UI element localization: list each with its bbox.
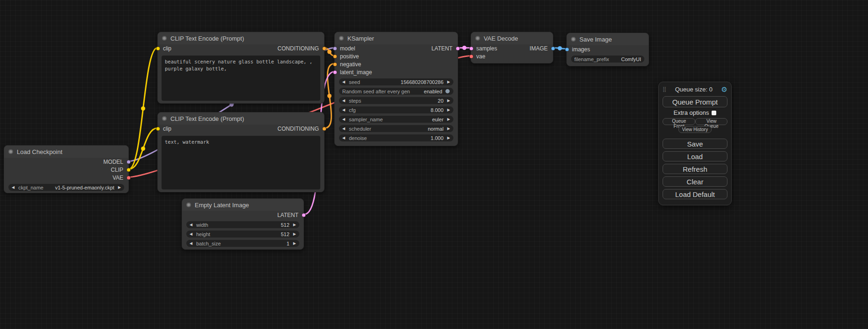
decrement-arrow-icon[interactable]: ◀ <box>190 223 192 227</box>
decrement-arrow-icon[interactable]: ◀ <box>342 117 345 121</box>
vae-output-port[interactable] <box>127 175 131 180</box>
decrement-arrow-icon[interactable]: ◀ <box>190 232 192 236</box>
widget-value: 512 <box>281 222 289 228</box>
conditioning-output-port[interactable] <box>322 126 326 131</box>
output-row: MODEL <box>4 158 128 166</box>
latent-output-port[interactable] <box>456 46 460 50</box>
collapse-dot[interactable] <box>475 36 480 41</box>
view-history-button[interactable]: View History <box>678 126 712 133</box>
output-label: MODEL <box>103 159 123 165</box>
increment-arrow-icon[interactable]: ▶ <box>293 223 296 227</box>
node-empty-latent-image[interactable]: Empty Latent Image LATENT ◀ width 512 ▶ … <box>182 198 304 250</box>
prompt-textarea[interactable]: text, watermark <box>162 136 320 189</box>
increment-arrow-icon[interactable]: ▶ <box>118 185 121 189</box>
positive-input-port[interactable] <box>333 54 337 58</box>
batch-size-widget[interactable]: ◀ batch_size 1 ▶ <box>186 240 299 247</box>
latent-image-input-port[interactable] <box>333 70 337 74</box>
node-header[interactable]: Load Checkpoint <box>4 146 128 158</box>
increment-arrow-icon[interactable]: ▶ <box>447 98 450 103</box>
node-header[interactable]: VAE Decode <box>471 32 553 44</box>
io-row: clip CONDITIONING <box>158 44 324 52</box>
latent-output-port[interactable] <box>302 213 306 217</box>
cfg-widget[interactable]: ◀ cfg 8.000 ▶ <box>339 106 453 113</box>
node-clip-text-encode-positive[interactable]: CLIP Text Encode (Prompt) clip CONDITION… <box>157 32 325 104</box>
load-button[interactable]: Load <box>663 151 727 161</box>
queue-front-button[interactable]: Queue Front <box>663 118 695 125</box>
increment-arrow-icon[interactable]: ▶ <box>447 80 450 84</box>
increment-arrow-icon[interactable]: ▶ <box>293 241 296 245</box>
height-widget[interactable]: ◀ height 512 ▶ <box>186 231 299 238</box>
decrement-arrow-icon[interactable]: ◀ <box>342 108 345 112</box>
wire-midpoint-dot <box>327 50 332 54</box>
queue-prompt-button[interactable]: Queue Prompt <box>663 96 727 107</box>
node-ksampler[interactable]: KSampler model LATENT positive negative … <box>334 32 458 146</box>
clear-button[interactable]: Clear <box>663 176 727 187</box>
clip-input-port[interactable] <box>156 126 160 131</box>
decrement-arrow-icon[interactable]: ◀ <box>342 98 345 103</box>
node-clip-text-encode-negative[interactable]: CLIP Text Encode (Prompt) clip CONDITION… <box>157 112 325 192</box>
conditioning-output-port[interactable] <box>322 46 326 50</box>
decrement-arrow-icon[interactable]: ◀ <box>342 80 345 84</box>
steps-widget[interactable]: ◀ steps 20 ▶ <box>339 97 453 104</box>
node-title: Load Checkpoint <box>17 148 63 155</box>
increment-arrow-icon[interactable]: ▶ <box>447 126 450 131</box>
increment-arrow-icon[interactable]: ▶ <box>447 117 450 121</box>
widget-label: cfg <box>349 107 356 113</box>
clip-input-port[interactable] <box>156 46 160 50</box>
node-header[interactable]: Empty Latent Image <box>182 199 303 211</box>
prompt-textarea[interactable]: beautiful scenery nature glass bottle la… <box>162 56 320 101</box>
node-save-image[interactable]: Save Image images filename_prefix ComfyU… <box>566 33 649 66</box>
save-button[interactable]: Save <box>663 139 727 149</box>
vae-input-port[interactable] <box>469 54 473 58</box>
negative-input-port[interactable] <box>333 62 337 66</box>
scheduler-widget[interactable]: ◀ scheduler normal ▶ <box>339 125 453 132</box>
node-vae-decode[interactable]: VAE Decode samples IMAGE vae <box>471 32 553 63</box>
clip-output-port[interactable] <box>127 168 131 172</box>
node-header[interactable]: Save Image <box>567 33 649 45</box>
node-header[interactable]: CLIP Text Encode (Prompt) <box>158 112 324 125</box>
collapse-dot[interactable] <box>8 149 13 154</box>
collapse-dot[interactable] <box>186 203 191 207</box>
node-header[interactable]: CLIP Text Encode (Prompt) <box>158 32 324 44</box>
model-input-port[interactable] <box>333 46 337 50</box>
sampler-name-widget[interactable]: ◀ sampler_name euler ▶ <box>339 116 453 123</box>
collapse-dot[interactable] <box>162 116 167 121</box>
seed-widget[interactable]: ◀ seed 156680208700286 ▶ <box>339 78 453 85</box>
decrement-arrow-icon[interactable]: ◀ <box>12 185 14 189</box>
filename-prefix-widget[interactable]: filename_prefix ComfyUI <box>571 56 644 63</box>
images-input-port[interactable] <box>565 47 569 51</box>
view-queue-button[interactable]: View Queue <box>695 118 727 125</box>
collapse-dot[interactable] <box>571 37 576 42</box>
refresh-button[interactable]: Refresh <box>663 164 727 174</box>
drag-handle-icon[interactable]: ⣿ <box>663 87 666 92</box>
collapse-dot[interactable] <box>162 36 167 41</box>
node-header[interactable]: KSampler <box>335 32 458 44</box>
widget-label: steps <box>349 98 361 104</box>
node-title: Empty Latent Image <box>195 202 249 209</box>
random-seed-toggle[interactable] <box>445 89 450 94</box>
samples-input-port[interactable] <box>469 46 473 50</box>
increment-arrow-icon[interactable]: ▶ <box>293 232 296 236</box>
decrement-arrow-icon[interactable]: ◀ <box>342 126 345 131</box>
load-default-button[interactable]: Load Default <box>663 189 727 199</box>
node-load-checkpoint[interactable]: Load Checkpoint MODEL CLIP VAE ◀ ckpt_na… <box>4 145 129 193</box>
output-label: LATENT <box>431 45 452 52</box>
decrement-arrow-icon[interactable]: ◀ <box>342 136 345 140</box>
increment-arrow-icon[interactable]: ▶ <box>447 136 450 140</box>
extra-options-checkbox[interactable] <box>712 111 716 115</box>
image-output-port[interactable] <box>551 46 555 50</box>
collapse-dot[interactable] <box>339 36 344 41</box>
model-output-port[interactable] <box>127 160 131 164</box>
node-title: VAE Decode <box>484 35 518 42</box>
random-seed-widget[interactable]: Random seed after every gen enabled <box>339 88 453 95</box>
widget-value: ComfyUI <box>621 56 641 62</box>
extra-options-row: Extra options <box>663 109 727 116</box>
denoise-widget[interactable]: ◀ denoise 1.000 ▶ <box>339 134 453 141</box>
settings-gear-icon[interactable]: ⚙ <box>721 86 727 93</box>
ckpt-name-widget[interactable]: ◀ ckpt_name v1-5-pruned-emaonly.ckpt ▶ <box>8 184 124 191</box>
decrement-arrow-icon[interactable]: ◀ <box>190 241 192 245</box>
increment-arrow-icon[interactable]: ▶ <box>447 108 450 112</box>
graph-canvas[interactable]: Load Checkpoint MODEL CLIP VAE ◀ ckpt_na… <box>0 0 868 329</box>
input-label: images <box>572 46 590 53</box>
width-widget[interactable]: ◀ width 512 ▶ <box>186 221 299 228</box>
